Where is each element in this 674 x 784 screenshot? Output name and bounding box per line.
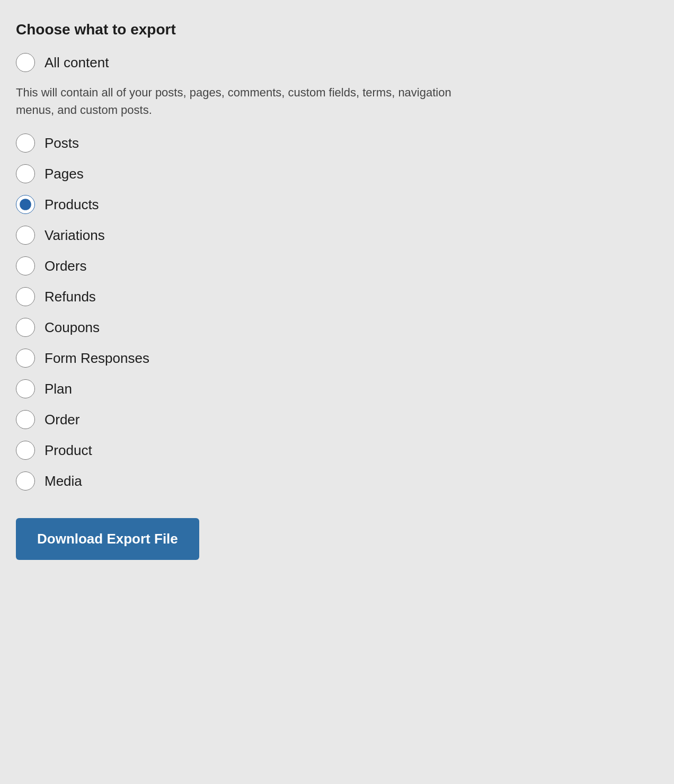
radio-option-pages[interactable]: Pages <box>16 164 472 183</box>
radio-input-orders[interactable] <box>16 256 35 275</box>
radio-input-plan[interactable] <box>16 379 35 398</box>
radio-options-container: All contentThis will contain all of your… <box>16 53 472 491</box>
radio-label-order[interactable]: Order <box>45 412 79 428</box>
radio-label-posts[interactable]: Posts <box>45 135 79 152</box>
page-title: Choose what to export <box>16 21 472 38</box>
radio-option-media[interactable]: Media <box>16 471 472 491</box>
radio-input-products[interactable] <box>16 195 35 214</box>
radio-input-media[interactable] <box>16 471 35 491</box>
radio-option-products[interactable]: Products <box>16 195 472 214</box>
export-container: Choose what to export All contentThis wi… <box>16 21 472 560</box>
radio-label-coupons[interactable]: Coupons <box>45 319 100 336</box>
radio-label-form-responses[interactable]: Form Responses <box>45 350 149 367</box>
radio-option-plan[interactable]: Plan <box>16 379 472 398</box>
radio-input-order[interactable] <box>16 410 35 429</box>
radio-input-product[interactable] <box>16 441 35 460</box>
radio-label-variations[interactable]: Variations <box>45 227 105 244</box>
radio-input-coupons[interactable] <box>16 318 35 337</box>
radio-label-pages[interactable]: Pages <box>45 166 84 182</box>
radio-label-products[interactable]: Products <box>45 197 99 213</box>
radio-option-form-responses[interactable]: Form Responses <box>16 349 472 368</box>
radio-input-all-content[interactable] <box>16 53 35 72</box>
radio-option-refunds[interactable]: Refunds <box>16 287 472 306</box>
radio-label-plan[interactable]: Plan <box>45 381 72 397</box>
radio-label-media[interactable]: Media <box>45 473 82 489</box>
radio-label-all-content[interactable]: All content <box>45 55 109 71</box>
radio-input-form-responses[interactable] <box>16 349 35 368</box>
radio-label-orders[interactable]: Orders <box>45 258 86 274</box>
radio-label-product[interactable]: Product <box>45 442 92 459</box>
radio-input-variations[interactable] <box>16 226 35 245</box>
radio-input-posts[interactable] <box>16 133 35 153</box>
radio-option-all-content[interactable]: All content <box>16 53 472 72</box>
radio-option-posts[interactable]: Posts <box>16 133 472 153</box>
radio-option-order[interactable]: Order <box>16 410 472 429</box>
radio-option-orders[interactable]: Orders <box>16 256 472 275</box>
radio-input-pages[interactable] <box>16 164 35 183</box>
radio-option-product[interactable]: Product <box>16 441 472 460</box>
radio-label-refunds[interactable]: Refunds <box>45 289 96 305</box>
download-export-button[interactable]: Download Export File <box>16 518 199 560</box>
all-content-description: This will contain all of your posts, pag… <box>16 84 472 119</box>
radio-option-coupons[interactable]: Coupons <box>16 318 472 337</box>
radio-input-refunds[interactable] <box>16 287 35 306</box>
radio-option-variations[interactable]: Variations <box>16 226 472 245</box>
